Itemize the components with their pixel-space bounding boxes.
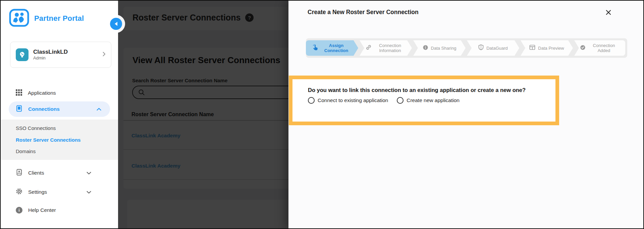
sidebar-item-label: Help Center (28, 207, 56, 213)
lightbulb-icon (18, 51, 26, 59)
pointer-hand-icon (312, 44, 318, 52)
profile-name: ClassLinkLD (33, 49, 68, 55)
modal-title: Create a New Roster Server Connection (308, 9, 419, 16)
partner-portal-logo-icon (9, 9, 29, 28)
sidebar-item-help-center[interactable]: i Help Center (1, 203, 118, 217)
chevron-down-icon (87, 170, 91, 176)
chevron-up-icon (97, 106, 101, 112)
profile-card[interactable]: ClassLinkLD Admin (10, 42, 111, 68)
sidebar-item-roster-server-connections[interactable]: Roster Server Connections (16, 137, 118, 143)
sidebar-item-label: Settings (28, 189, 47, 195)
step-dataguard: DataGuard (467, 40, 519, 56)
tablet-icon (16, 105, 22, 113)
step-data-preview: Data Preview (521, 40, 573, 56)
sidebar-item-label: Applications (28, 90, 56, 96)
step-data-sharing: Data Sharing (413, 40, 466, 56)
gear-icon (16, 188, 22, 196)
wizard-stepper: Assign Connection Connection Information (306, 38, 627, 58)
sidebar: Partner Portal ClassLinkLD Admin (1, 1, 118, 228)
sidebar-item-clients[interactable]: Clients (1, 166, 118, 180)
brand-logo-row: Partner Portal (9, 9, 84, 28)
radio-button-icon[interactable] (308, 97, 315, 104)
sidebar-item-label: Connections (28, 106, 60, 112)
avatar (16, 48, 29, 61)
radio-connect-existing-application[interactable]: Connect to existing application (308, 97, 388, 104)
radio-create-new-application[interactable]: Create new application (397, 97, 460, 104)
partner-portal-window: Partner Portal ClassLinkLD Admin (0, 0, 644, 229)
sidebar-item-applications[interactable]: Applications (1, 86, 118, 100)
apps-grid-icon (16, 89, 22, 97)
info-icon (423, 45, 428, 52)
assign-connection-highlight-panel: Do you want to link this connection to a… (289, 76, 559, 125)
triangle-left-icon (114, 21, 118, 26)
application-choice-group: Connect to existing application Create n… (308, 97, 555, 104)
link-icon (366, 44, 372, 52)
brand-title: Partner Portal (34, 14, 84, 23)
check-circle-icon (580, 45, 586, 52)
assign-connection-question: Do you want to link this connection to a… (308, 86, 545, 94)
create-connection-modal: Create a New Roster Server Connection As… (288, 1, 644, 229)
profile-role: Admin (33, 55, 68, 61)
step-connection-added: Connection Added (574, 40, 625, 56)
sidebar-collapse-button[interactable] (110, 18, 122, 30)
background-page: Roster Server Connections ? View All Ros… (118, 1, 288, 229)
radio-button-icon[interactable] (397, 97, 404, 104)
info-circle-icon: i (16, 207, 22, 214)
chevron-down-icon (87, 189, 91, 195)
connections-submenu: SSO Connections Roster Server Connection… (1, 120, 118, 160)
sidebar-item-settings[interactable]: Settings (1, 185, 118, 199)
sidebar-item-sso-connections[interactable]: SSO Connections (16, 125, 118, 131)
step-connection-information: Connection Information (360, 40, 412, 56)
close-icon (605, 9, 611, 15)
sidebar-item-domains[interactable]: Domains (16, 148, 118, 154)
close-button[interactable] (605, 9, 613, 17)
modal-backdrop[interactable] (118, 1, 288, 229)
sidebar-item-connections[interactable]: Connections (9, 101, 110, 117)
table-icon (529, 45, 535, 51)
step-assign-connection[interactable]: Assign Connection (306, 40, 358, 56)
chevron-right-icon (103, 52, 106, 58)
sidebar-item-label: Clients (28, 170, 44, 176)
address-book-icon (16, 169, 22, 177)
shield-icon (478, 44, 484, 52)
